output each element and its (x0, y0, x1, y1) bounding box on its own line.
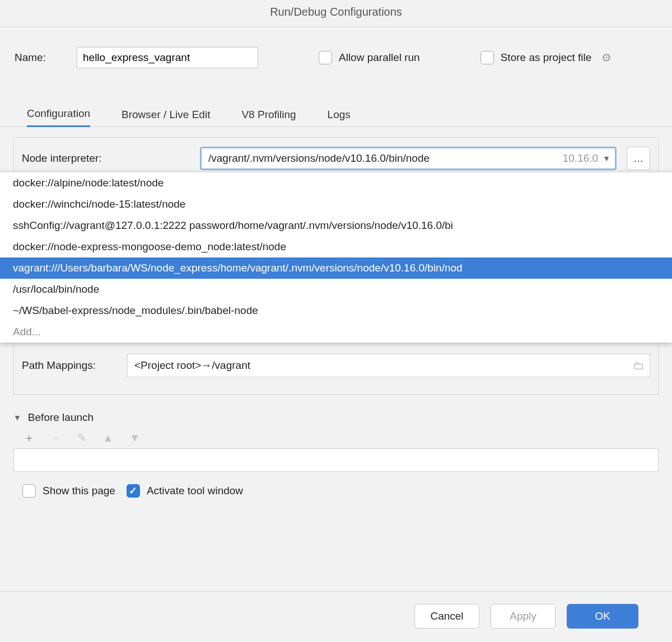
gear-icon[interactable]: ⚙ (601, 51, 612, 64)
interpreter-option[interactable]: sshConfig://vagrant@127.0.0.1:2222 passw… (0, 215, 672, 236)
node-interpreter-browse-button[interactable]: … (627, 147, 650, 170)
tabs: Configuration Browser / Live Edit V8 Pro… (0, 68, 672, 127)
tab-logs[interactable]: Logs (328, 109, 351, 126)
node-interpreter-dropdown: docker://alpine/node:latest/node docker:… (0, 172, 672, 343)
add-icon[interactable]: ＋ (24, 430, 35, 446)
interpreter-option[interactable]: docker://winchci/node-15:latest/node (0, 194, 672, 215)
before-launch-label: Before launch (28, 411, 94, 424)
store-project-file-label: Store as project file (501, 51, 592, 64)
tab-browser-live-edit[interactable]: Browser / Live Edit (122, 109, 210, 126)
move-up-icon[interactable]: ▲ (102, 432, 114, 444)
chevron-down-icon[interactable]: ▼ (13, 413, 21, 422)
apply-button[interactable]: Apply (491, 604, 556, 629)
show-this-page-checkbox[interactable] (22, 484, 36, 498)
node-interpreter-combo[interactable]: /vagrant/.nvm/versions/node/v10.16.0/bin… (200, 147, 617, 170)
interpreter-option[interactable]: docker://alpine/node:latest/node (0, 172, 672, 194)
ok-button[interactable]: OK (567, 604, 638, 629)
cancel-button[interactable]: Cancel (414, 604, 479, 629)
interpreter-option[interactable]: ~/WS/babel-express/node_modules/.bin/bab… (0, 300, 672, 321)
before-launch-toolbar: ＋ － ✎ ▲ ▼ (13, 427, 659, 448)
show-this-page-label: Show this page (43, 485, 115, 497)
store-project-file-checkbox[interactable] (480, 51, 494, 64)
divider (0, 591, 672, 592)
name-label: Name: (15, 51, 57, 64)
remove-icon[interactable]: － (50, 430, 62, 446)
interpreter-option[interactable]: /usr/local/bin/node (0, 279, 672, 300)
edit-icon[interactable]: ✎ (77, 431, 87, 444)
allow-parallel-label: Allow parallel run (339, 51, 420, 64)
node-interpreter-value: /vagrant/.nvm/versions/node/v10.16.0/bin… (208, 152, 558, 165)
interpreter-option-selected[interactable]: vagrant:///Users/barbara/WS/node_express… (0, 257, 672, 279)
dialog-title: Run/Debug Configurations (0, 0, 672, 27)
node-interpreter-label: Node interpreter: (22, 152, 195, 165)
path-mappings-field[interactable]: <Project root>→/vagrant 🗀 (127, 354, 650, 377)
name-input[interactable] (77, 47, 258, 68)
activate-tool-window-label: Activate tool window (147, 485, 243, 497)
chevron-down-icon: ▼ (598, 154, 610, 163)
configuration-panel: Node interpreter: /vagrant/.nvm/versions… (13, 137, 659, 395)
tab-configuration[interactable]: Configuration (27, 107, 90, 127)
allow-parallel-checkbox[interactable] (319, 51, 332, 64)
before-launch-section: ▼ Before launch ＋ － ✎ ▲ ▼ (13, 411, 659, 472)
node-interpreter-version: 10.16.0 (558, 152, 598, 165)
activate-tool-window-checkbox[interactable] (127, 484, 140, 498)
path-mappings-value: <Project root>→/vagrant (134, 359, 250, 372)
interpreter-option[interactable]: docker://node-express-mongoose-demo_node… (0, 236, 672, 257)
before-launch-list[interactable] (13, 448, 659, 472)
tab-v8-profiling[interactable]: V8 Profiling (241, 109, 296, 126)
folder-icon[interactable]: 🗀 (633, 359, 644, 372)
move-down-icon[interactable]: ▼ (129, 432, 141, 444)
interpreter-add[interactable]: Add... (0, 321, 672, 343)
path-mappings-label: Path Mappings: (22, 359, 123, 372)
